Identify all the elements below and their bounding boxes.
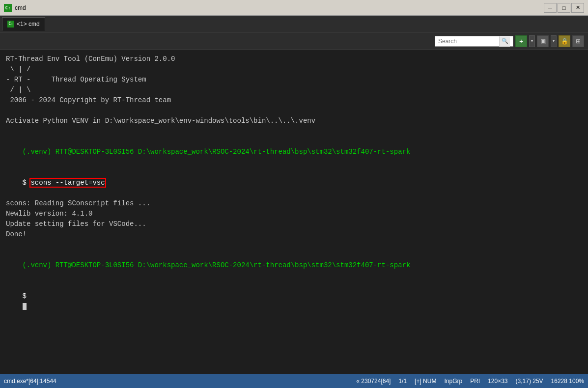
terminal-line-5: 2006 - 2024 Copyright by RT-Thread team bbox=[6, 95, 582, 106]
maximize-button[interactable]: □ bbox=[558, 3, 570, 13]
monitor-button[interactable]: ▣ bbox=[537, 35, 549, 47]
app-icon: C: bbox=[4, 4, 12, 12]
status-bar: cmd.exe*[64]:14544 « 230724[64] 1/1 [+] … bbox=[0, 374, 588, 388]
terminal-line-3: - RT - Thread Operating System bbox=[6, 75, 582, 85]
terminal-prompt1: (.venv) RTT@DESKTOP-3L0SI56 D:\workspace… bbox=[6, 137, 582, 167]
status-info3: [+] NUM bbox=[415, 378, 436, 385]
terminal-line-11: Update setting files for VSCode... bbox=[6, 219, 582, 229]
status-left: cmd.exe*[64]:14544 bbox=[4, 378, 56, 385]
window-controls: ─ □ ✕ bbox=[544, 3, 584, 13]
title-bar-left: C: cmd bbox=[4, 4, 26, 12]
toolbar: 🔍 + ▾ ▣ ▾ 🔒 ⊞ bbox=[0, 32, 588, 50]
terminal-prompt2: (.venv) RTT@DESKTOP-3L0SI56 D:\workspace… bbox=[6, 250, 582, 281]
terminal-line-4: / | \ bbox=[6, 85, 582, 95]
terminal-cmd1-highlighted: scons --target=vsc bbox=[30, 179, 105, 187]
grid-button[interactable]: ⊞ bbox=[572, 35, 584, 47]
terminal-line-1: RT-Thread Env Tool (ConEmu) Version 2.0.… bbox=[6, 54, 582, 64]
terminal-line-9: scons: Reading SConscript files ... bbox=[6, 198, 582, 209]
status-info1: « 230724[64] bbox=[356, 378, 391, 385]
add-tab-dropdown[interactable]: ▾ bbox=[529, 35, 535, 47]
status-info5: PRI bbox=[470, 378, 480, 385]
status-info6: 120×33 bbox=[488, 378, 507, 385]
terminal-cmd1-line: $ scons --target=vsc bbox=[6, 167, 582, 198]
monitor-dropdown[interactable]: ▾ bbox=[551, 35, 557, 47]
terminal-line-12: Done! bbox=[6, 229, 582, 240]
terminal-line-8 bbox=[6, 126, 582, 137]
search-icon[interactable]: 🔍 bbox=[499, 36, 510, 47]
minimize-button[interactable]: ─ bbox=[544, 3, 557, 13]
terminal-cursor bbox=[23, 303, 27, 310]
terminal-line-2: \ | / bbox=[6, 64, 582, 75]
lock-button[interactable]: 🔒 bbox=[559, 35, 570, 47]
tab-cmd[interactable]: C: <1> cmd bbox=[2, 17, 45, 31]
add-tab-button[interactable]: + bbox=[515, 35, 527, 47]
terminal-line-6 bbox=[6, 106, 582, 116]
status-info8: 16228 100% bbox=[551, 378, 584, 385]
terminal-cmd2-text: $ bbox=[23, 292, 27, 300]
terminal-cmd2-line: $ bbox=[6, 281, 582, 322]
status-process: cmd.exe*[64]:14544 bbox=[4, 378, 56, 385]
window-title: cmd bbox=[15, 4, 26, 11]
search-box[interactable]: 🔍 bbox=[435, 36, 513, 47]
terminal-prompt2-text: (.venv) RTT@DESKTOP-3L0SI56 D:\workspace… bbox=[23, 261, 411, 269]
terminal-line-10: Newlib version: 4.1.0 bbox=[6, 209, 582, 219]
search-input[interactable] bbox=[435, 38, 499, 45]
terminal-prompt1-text: (.venv) RTT@DESKTOP-3L0SI56 D:\workspace… bbox=[23, 148, 411, 156]
title-bar: C: cmd ─ □ ✕ bbox=[0, 0, 588, 16]
close-button[interactable]: ✕ bbox=[571, 3, 584, 13]
terminal[interactable]: RT-Thread Env Tool (ConEmu) Version 2.0.… bbox=[0, 50, 588, 374]
terminal-line-7: Activate Python VENV in D:\workspace_wor… bbox=[6, 116, 582, 126]
status-info4: InpGrp bbox=[444, 378, 462, 385]
tab-label: <1> cmd bbox=[17, 21, 40, 28]
terminal-cmd1-prefix: $ bbox=[23, 179, 31, 187]
status-info2: 1/1 bbox=[398, 378, 407, 385]
terminal-line-13 bbox=[6, 240, 582, 250]
tab-bar: C: <1> cmd bbox=[0, 16, 588, 32]
toolbar-right: 🔍 + ▾ ▣ ▾ 🔒 ⊞ bbox=[435, 35, 584, 47]
status-right: « 230724[64] 1/1 [+] NUM InpGrp PRI 120×… bbox=[356, 378, 584, 385]
status-info7: (3,17) 25V bbox=[516, 378, 543, 385]
tab-icon: C: bbox=[7, 21, 14, 28]
